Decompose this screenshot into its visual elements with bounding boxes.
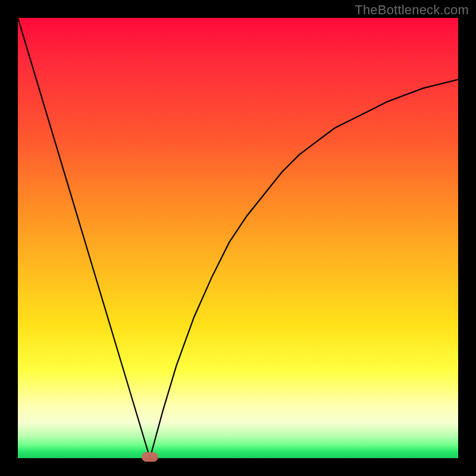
minimum-marker	[142, 452, 158, 462]
curve-layer	[18, 18, 458, 458]
watermark-text: TheBottleneck.com	[355, 2, 469, 18]
curve-left-branch	[18, 18, 150, 458]
curve-right-branch	[150, 80, 458, 458]
chart-frame: TheBottleneck.com	[0, 0, 476, 476]
plot-area	[18, 18, 458, 458]
